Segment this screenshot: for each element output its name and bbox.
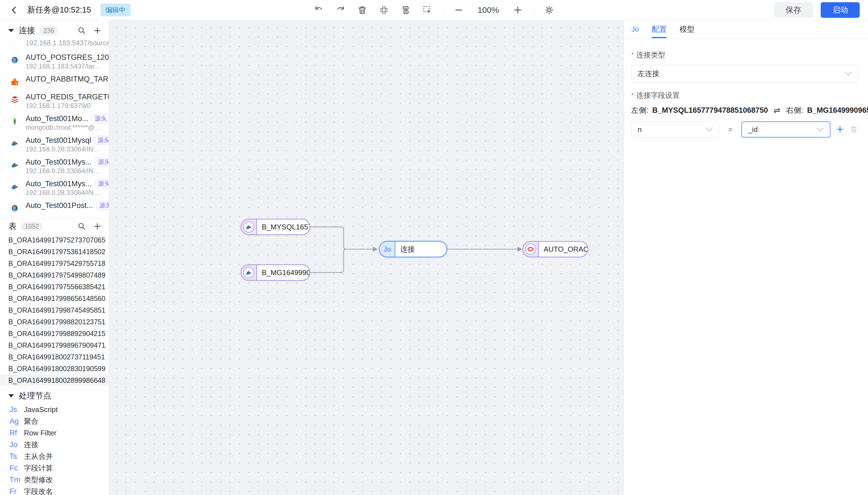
table-item[interactable]: B_ORA1649917975566385421 [0,281,109,293]
panel-node-abbr: Jo [631,25,639,33]
node-join[interactable]: Jo 连接 [379,241,447,257]
join-type-label: * 连接类型 [631,50,858,60]
fit-view-icon[interactable] [378,4,390,16]
connection-item[interactable]: AUTO_REDIS_TARGET01 目标 192.168.1.179:637… [0,90,109,112]
config-panel: Jo 配置 模型 * 连接类型 左连接 * 连接字段设置 左侧: [624,20,868,495]
processor-item[interactable]: Fc 字段计算 [0,462,109,474]
processor-label: 连接 [24,440,38,450]
connection-item[interactable]: AUTO_RABBITMQ_TAR... 目标 [0,72,109,90]
box-select-icon[interactable] [421,4,433,16]
join-fields-label: * 连接字段设置 [631,90,858,100]
join-type-select[interactable]: 左连接 [631,65,858,82]
connections-section-header: 连接 236 [0,23,109,38]
processor-item[interactable]: Rf Row Filter [0,427,109,439]
processor-item[interactable]: Fr 字段改名 [0,485,109,495]
redo-icon[interactable] [334,4,347,16]
sidebar: 连接 236 192.168.1.183:5437/source/public [0,20,109,495]
tab-config[interactable]: 配置 [652,20,667,38]
connection-name: Auto_Test001Post... [25,201,93,210]
processor-item[interactable]: Tm 类型修改 [0,474,109,485]
collapse-caret-icon[interactable] [8,394,14,397]
processor-item[interactable]: Ag 聚合 [0,415,109,427]
right-field-select[interactable]: _id [741,121,830,138]
table-item[interactable]: B_ORA1649917975361418502 [0,246,109,257]
oracle-icon [525,244,536,255]
connection-role-badge: 源头 [91,114,109,123]
node-target-oracle[interactable]: AUTO_ORACLE_L... [522,241,588,257]
connections-title: 连接 [19,25,35,36]
delete-icon[interactable] [356,4,368,16]
processor-label: 字段改名 [24,487,53,495]
tab-model[interactable]: 模型 [679,20,694,38]
topbar-left: 新任务@10:52:15 编辑中 [0,4,211,16]
connection-item[interactable]: Auto_Test001Mys... 源头目标 192.168.0.28:330… [0,155,109,177]
search-icon[interactable] [77,222,86,231]
connection-item[interactable]: Auto_Test001Mo... 源头目标 mongodb://root:**… [0,112,109,134]
left-field-select[interactable]: n [631,121,719,138]
table-item[interactable]: B_ORA1649917998892904215 [0,328,109,339]
settings-gear-icon[interactable] [543,4,555,16]
connection-role-badge: 源头 [95,179,109,188]
node-source-mongo-table[interactable]: B_MG164999096... [241,264,310,280]
table-item[interactable]: B_ORA1649917975273707065 [0,234,109,246]
processor-abbr-icon: Tm [10,476,20,484]
processor-item[interactable]: Ts 主从合并 [0,450,109,462]
connection-name: AUTO_RABBITMQ_TAR... [25,74,109,84]
table-item[interactable]: B_ORA1649918002899986648 [0,374,109,386]
app-root: 新任务@10:52:15 编辑中 [0,0,868,495]
processor-item[interactable]: Jo 连接 [0,439,109,450]
table-item[interactable]: B_ORA1649917998967909471 [0,339,109,351]
add-field-icon[interactable]: + [836,124,844,135]
connection-item[interactable]: AUTO_POSTGRES_1206... 目标 192.168.1.183:5… [0,51,109,72]
connection-item[interactable]: Auto_Test001Post... 源头目标 [0,199,109,217]
processor-abbr-icon: Fc [10,464,18,473]
node-source-mysql[interactable]: B_MYSQL165777... [241,219,310,235]
zoom-in-icon[interactable] [512,4,524,16]
start-button[interactable]: 启动 [821,2,860,18]
node-label: B_MYSQL165777... [257,223,310,232]
edge-mysql-to-join [310,227,373,249]
table-item[interactable]: B_ORA1649917998745495851 [0,304,109,316]
tables-count: 1052 [21,222,43,231]
database-icon [8,93,21,106]
zoom-out-icon[interactable] [453,4,465,16]
connection-item-partial[interactable]: 192.168.1.183:5437/source/public [0,38,109,51]
undo-icon[interactable] [313,4,325,16]
back-icon[interactable] [8,4,21,16]
table-item[interactable]: B_ORA1649918002737119451 [0,351,109,363]
database-icon [8,180,21,193]
add-connection-icon[interactable] [93,27,102,35]
search-icon[interactable] [77,27,86,35]
connection-item[interactable]: Auto_Test001Mysql 源头目标 192.168.0.28:3306… [0,134,109,155]
table-item[interactable]: B_ORA1649917998656148560 [0,293,109,304]
processors-list: Js JavaScript Ag 聚合 [0,404,109,495]
auto-layout-icon[interactable] [400,4,412,16]
add-table-icon[interactable] [93,222,102,231]
chevron-down-icon [706,127,713,132]
processor-abbr-icon: Fr [10,487,16,495]
toolbar-divider [443,4,443,16]
connection-name: AUTO_REDIS_TARGET01 [25,92,109,102]
flow-edges [109,20,624,495]
processor-abbr-icon: Ag [10,417,19,426]
table-item[interactable]: B_ORA1649917975429755718 [0,257,109,269]
collapse-caret-icon[interactable] [8,29,14,32]
save-button[interactable]: 保存 [774,2,813,18]
processors-title: 处理节点 [19,390,51,402]
processor-label: 聚合 [24,416,38,426]
status-badge: 编辑中 [101,4,130,16]
connection-address: 192.168.0.28:33064/INSURANCE [25,188,104,197]
database-icon [8,115,21,128]
processor-label: JavaScript [24,405,58,414]
table-item[interactable]: B_ORA1649917975499807489 [0,269,109,281]
swap-icon[interactable]: ⇌ [772,105,782,115]
delete-field-icon[interactable] [850,125,858,134]
processor-item[interactable]: Js JavaScript [0,404,109,415]
connection-role-badge: 源头 [95,157,109,167]
flow-canvas[interactable]: B_MYSQL165777... B_MG164999096... Jo 连接 … [109,20,624,495]
table-item[interactable]: B_ORA1649918002830190599 [0,363,109,374]
connection-item[interactable]: Auto_Test001Mys... 源头目标 192.168.0.28:330… [0,177,109,199]
table-item[interactable]: B_ORA1649917998820123751 [0,316,109,328]
connection-address: 192.168.0.28:33064/INSURANCE [25,145,104,153]
equals-sign: = [725,125,735,134]
